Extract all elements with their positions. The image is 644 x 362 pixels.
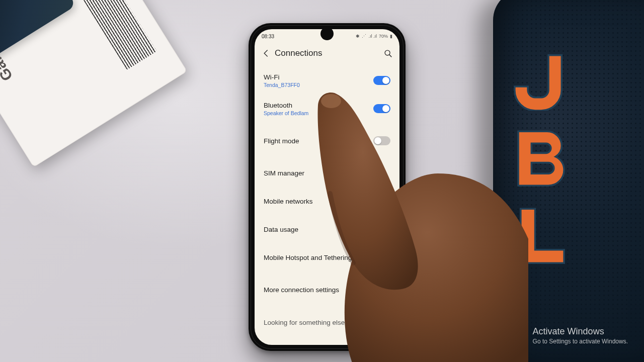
jbl-speaker xyxy=(493,0,644,362)
status-icons: ✱ ⋰ .ıl .ıl 70% ▮ xyxy=(356,34,392,39)
box-art xyxy=(0,0,76,64)
looking-label: Looking for something else? xyxy=(264,319,349,326)
jbl-logo xyxy=(512,50,573,265)
search-icon xyxy=(384,49,392,58)
wifi-toggle[interactable] xyxy=(373,76,390,85)
battery-text: 70% xyxy=(379,34,388,39)
link-samsung: Samsung Cloud xyxy=(264,344,303,345)
chevron-left-icon xyxy=(262,49,271,58)
wifi-indicator-icon: ⋰ xyxy=(362,34,366,39)
phone-screen: 08:33 ✱ ⋰ .ıl .ıl 70% ▮ Connections xyxy=(255,29,399,345)
watermark-title: Activate Windows xyxy=(533,326,628,337)
wifi-sub: Tenda_B73FF0 xyxy=(264,82,300,88)
phone-frame: 08:33 ✱ ⋰ .ıl .ıl 70% ▮ Connections xyxy=(249,23,406,351)
jbl-letter-j xyxy=(512,50,573,111)
photo-scene: Galaxy A06 08:33 ✱ ⋰ .ıl xyxy=(0,0,644,362)
row-more-settings[interactable]: More connection settings xyxy=(255,276,399,304)
row-bluetooth[interactable]: Bluetooth Speaker of Bedlam xyxy=(255,95,399,123)
wifi-label: Wi-Fi xyxy=(264,73,300,81)
back-button[interactable] xyxy=(260,47,273,60)
jbl-letter-l xyxy=(512,205,573,265)
mobile-networks-label: Mobile networks xyxy=(264,198,313,205)
watermark-subtitle: Go to Settings to activate Windows. xyxy=(533,338,628,345)
row-link-samsung[interactable]: Samsung Cloud xyxy=(255,336,399,345)
bluetooth-label: Bluetooth xyxy=(264,102,308,109)
row-sim-manager[interactable]: SIM manager xyxy=(255,159,399,187)
barcode-icon xyxy=(79,0,157,70)
row-hotspot[interactable]: Mobile Hotspot and Tethering xyxy=(255,243,399,272)
bluetooth-indicator-icon: ✱ xyxy=(356,34,360,39)
row-looking-for: Looking for something else? xyxy=(255,304,399,336)
page-title: Connections xyxy=(273,48,381,58)
signal-indicator-icon: .ıl .ıl xyxy=(368,34,377,39)
battery-icon: ▮ xyxy=(390,34,392,39)
settings-list: Wi-Fi Tenda_B73FF0 Bluetooth Speaker of … xyxy=(255,64,399,345)
row-wifi[interactable]: Wi-Fi Tenda_B73FF0 xyxy=(255,66,399,95)
windows-activation-watermark: Activate Windows Go to Settings to activ… xyxy=(533,326,628,345)
row-data-usage[interactable]: Data usage xyxy=(255,215,399,243)
search-button[interactable] xyxy=(381,47,394,60)
galaxy-box: Galaxy A06 xyxy=(0,0,187,167)
more-label: More connection settings xyxy=(264,286,339,294)
flight-label: Flight mode xyxy=(264,137,299,145)
bluetooth-toggle[interactable] xyxy=(373,104,390,113)
data-usage-label: Data usage xyxy=(264,226,298,233)
sim-label: SIM manager xyxy=(264,169,304,177)
status-time: 08:33 xyxy=(262,34,274,39)
hotspot-label: Mobile Hotspot and Tethering xyxy=(264,254,352,261)
flight-toggle[interactable] xyxy=(373,136,390,145)
row-flight-mode[interactable]: Flight mode xyxy=(255,127,399,155)
jbl-letter-b xyxy=(512,128,573,188)
bluetooth-sub: Speaker of Bedlam xyxy=(264,110,308,116)
row-mobile-networks[interactable]: Mobile networks xyxy=(255,187,399,215)
app-bar: Connections xyxy=(255,42,399,64)
